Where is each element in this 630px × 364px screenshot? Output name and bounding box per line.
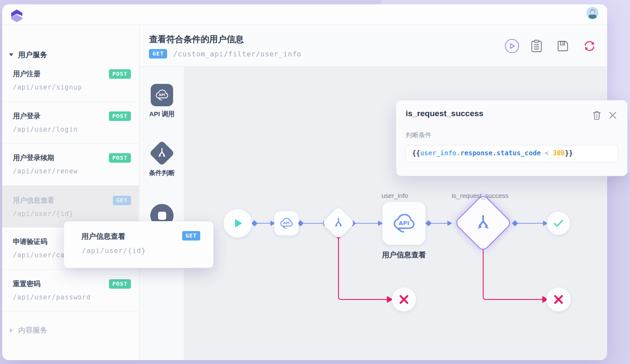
sidebar-item-renew[interactable]: 用户登录续期 /api/user/renew POST — [2, 144, 139, 186]
api-call-node-user-info[interactable]: API — [382, 202, 425, 245]
topbar — [2, 4, 607, 25]
avatar-image — [587, 7, 599, 19]
api-path: /api/user/{id} — [13, 210, 131, 218]
api-path: /api/user/password — [13, 293, 131, 301]
sidebar-group-content-service[interactable]: 内容服务 — [10, 312, 47, 335]
sync-button[interactable] — [582, 38, 597, 54]
delete-node-button[interactable] — [591, 109, 603, 121]
endpoint-path: /custom_api/filter/user_info — [173, 50, 301, 58]
branch-diamond-icon — [149, 140, 174, 166]
node-label-user-info: user_info — [382, 192, 408, 199]
success-end-node[interactable] — [547, 212, 570, 235]
method-badge: POST — [109, 111, 131, 121]
toolbox-label: 条件判断 — [140, 169, 184, 177]
cross-icon — [398, 294, 410, 305]
branch-icon — [332, 216, 345, 229]
toolbox-item-api-call[interactable]: API API 调用 — [140, 84, 184, 118]
expr-property: response.status_code — [460, 149, 541, 157]
expr-operator: < — [541, 149, 553, 157]
method-badge: POST — [109, 153, 131, 163]
sidebar-item-signup[interactable]: 用户注册 /api/user/signup POST — [2, 60, 139, 102]
expr-variable: user_info. — [420, 149, 460, 157]
sidebar-item-password[interactable]: 重置密码 /api/user/password POST — [2, 270, 139, 312]
play-circle-icon — [505, 39, 519, 53]
edge-branch2-fail[interactable] — [483, 245, 543, 299]
start-node[interactable] — [223, 209, 252, 238]
expr-open: {{ — [412, 149, 420, 157]
drag-ghost-card[interactable]: 用户信息查看 GET /api/user/{id} — [64, 221, 214, 268]
clipboard-icon — [531, 40, 542, 52]
trash-icon — [593, 111, 601, 120]
app-window: 用户服务 用户注册 /api/user/signup POST 用户登录 /ap… — [2, 4, 607, 360]
close-panel-button[interactable] — [607, 109, 619, 121]
endpoint-meta: GET /custom_api/filter/user_info — [149, 49, 301, 59]
api-path: /api/user/signup — [13, 83, 131, 91]
expr-value: 300 — [553, 149, 565, 157]
branch-icon — [473, 213, 493, 233]
cross-icon — [553, 294, 564, 305]
cloud-api-icon: API — [279, 216, 294, 231]
endpoint-header: 查看符合条件的用户信息 GET /custom_api/filter/user_… — [140, 25, 607, 67]
play-icon — [232, 217, 244, 229]
edge-branch1-fail[interactable] — [338, 235, 388, 299]
api-name: 用户信息查看 — [81, 231, 125, 241]
toolbox-label: API 调用 — [140, 110, 184, 118]
condition-panel-title: is_request_success — [406, 109, 484, 118]
node-caption: 用户信息查看 — [369, 250, 438, 260]
method-badge: GET — [149, 49, 167, 59]
node-label-is-request-success: is_request_success — [452, 192, 509, 199]
group-label: 用户服务 — [18, 50, 47, 60]
app-logo-icon[interactable] — [9, 7, 24, 22]
group-label: 内容服务 — [18, 325, 47, 335]
method-badge: POST — [109, 279, 131, 289]
fail-end-node-2[interactable] — [546, 287, 571, 312]
save-button[interactable] — [555, 38, 571, 54]
expr-close: }} — [565, 149, 573, 157]
api-sidebar: 用户服务 用户注册 /api/user/signup POST 用户登录 /ap… — [2, 25, 140, 360]
close-icon — [609, 111, 617, 119]
api-path: /api/user/login — [13, 126, 131, 133]
method-badge: GET — [113, 196, 131, 205]
sidebar-item-list: 用户注册 /api/user/signup POST 用户登录 /api/use… — [2, 60, 139, 312]
toolbox-item-branch[interactable]: 条件判断 — [140, 141, 184, 177]
condition-field-label: 判断条件 — [406, 131, 431, 139]
node-toolbox: API API 调用 条件判断 — [140, 67, 184, 360]
sidebar-group-user-service[interactable]: 用户服务 — [9, 50, 47, 60]
clipboard-button[interactable] — [529, 38, 544, 54]
api-path: /api/user/renew — [13, 167, 131, 175]
cloud-api-icon: API — [151, 84, 173, 106]
fail-end-node-1[interactable] — [392, 287, 416, 312]
save-floppy-icon — [557, 40, 569, 52]
api-call-node-1[interactable]: API — [274, 211, 298, 235]
condition-expression-input[interactable]: {{user_info.response.status_code < 300}} — [405, 145, 618, 162]
run-button[interactable] — [504, 38, 520, 54]
user-avatar[interactable] — [587, 7, 599, 19]
endpoint-title: 查看符合条件的用户信息 — [149, 34, 244, 45]
condition-panel: is_request_success 判断条件 {{user_info.resp… — [396, 100, 627, 176]
api-path: /api/user/{id} — [82, 247, 146, 255]
svg-text:API: API — [399, 220, 410, 226]
check-icon — [553, 218, 564, 229]
sync-refresh-icon — [583, 40, 596, 52]
method-badge: POST — [109, 69, 131, 79]
chevron-down-icon — [9, 53, 13, 56]
chevron-right-icon — [10, 328, 13, 333]
svg-text:API: API — [159, 93, 165, 97]
cloud-api-icon: API — [391, 210, 417, 237]
method-badge: GET — [182, 231, 200, 241]
svg-text:API: API — [283, 221, 289, 225]
sidebar-item-login[interactable]: 用户登录 /api/user/login POST — [2, 102, 139, 144]
